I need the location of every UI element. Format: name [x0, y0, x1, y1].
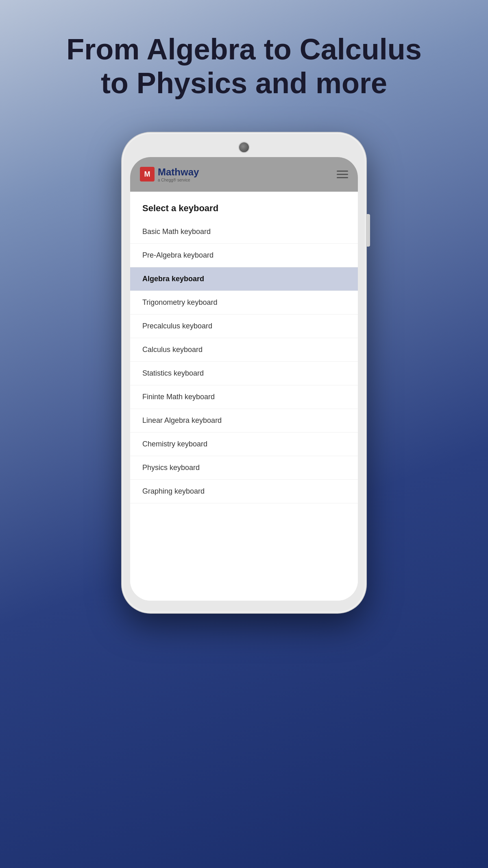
phone-camera [238, 142, 250, 153]
hamburger-line3 [337, 177, 348, 178]
hamburger-menu-button[interactable] [337, 171, 348, 178]
keyboard-list-item-calculus[interactable]: Calculus keyboard [130, 338, 358, 362]
mathway-logo: M Mathway a Chegg® service [140, 166, 199, 182]
app-content: Select a keyboard Basic Math keyboardPre… [130, 192, 358, 601]
keyboard-list-item-pre-algebra[interactable]: Pre-Algebra keyboard [130, 244, 358, 267]
app-header: M Mathway a Chegg® service [130, 157, 358, 192]
keyboard-list-item-trigonometry[interactable]: Trigonometry keyboard [130, 291, 358, 315]
keyboard-list-item-linear-algebra[interactable]: Linear Algebra keyboard [130, 409, 358, 433]
keyboard-list-item-graphing[interactable]: Graphing keyboard [130, 480, 358, 503]
logo-text-block: Mathway a Chegg® service [158, 166, 199, 182]
phone-screen: M Mathway a Chegg® service Select a keyb… [130, 157, 358, 601]
keyboard-list-item-physics[interactable]: Physics keyboard [130, 456, 358, 480]
logo-mathway-text: Mathway [158, 166, 199, 178]
keyboard-list-item-algebra[interactable]: Algebra keyboard [130, 267, 358, 291]
phone-mockup: M Mathway a Chegg® service Select a keyb… [122, 133, 366, 613]
hamburger-line2 [337, 174, 348, 175]
keyboard-list-item-statistics[interactable]: Statistics keyboard [130, 362, 358, 385]
keyboard-list-item-basic-math[interactable]: Basic Math keyboard [130, 220, 358, 244]
headline-line2: to Physics and more [101, 67, 387, 99]
keyboard-list-item-finite-math[interactable]: Fininte Math keyboard [130, 385, 358, 409]
keyboard-list-item-chemistry[interactable]: Chemistry keyboard [130, 433, 358, 456]
headline-line1: From Algebra to Calculus [66, 33, 421, 66]
logo-icon: M [140, 167, 155, 181]
hamburger-line1 [337, 171, 348, 172]
select-keyboard-heading: Select a keyboard [130, 192, 358, 220]
phone-shell: M Mathway a Chegg® service Select a keyb… [122, 133, 366, 613]
keyboard-list: Basic Math keyboardPre-Algebra keyboardA… [130, 220, 358, 503]
page-headline: From Algebra to Calculus to Physics and … [66, 33, 421, 100]
logo-sub-text: a Chegg® service [158, 178, 199, 182]
keyboard-list-item-precalculus[interactable]: Precalculus keyboard [130, 315, 358, 338]
